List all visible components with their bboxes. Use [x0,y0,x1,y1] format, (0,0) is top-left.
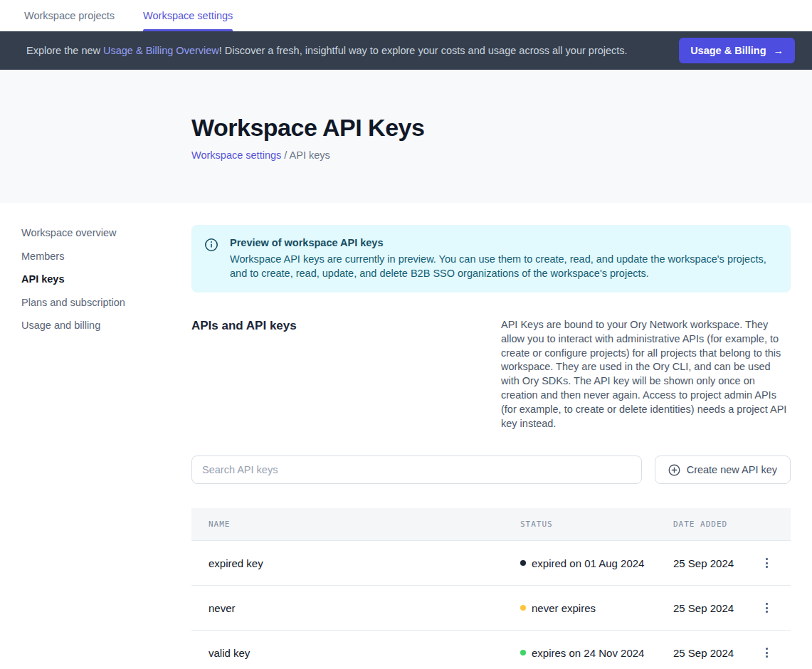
banner-text-prefix: Explore the new [26,45,103,56]
banner-message: Explore the new Usage & Billing Overview… [26,45,679,56]
row-actions-menu-button[interactable] [759,645,774,660]
api-keys-toolbar: Create new API key [191,455,791,484]
sidebar-item-plans-and-subscription[interactable]: Plans and subscription [21,297,191,308]
plus-circle-icon [668,464,680,476]
callout-content: Preview of workspace API keys Workspace … [230,237,776,280]
tab-workspace-projects[interactable]: Workspace projects [24,0,115,31]
breadcrumb-current: API keys [290,149,330,161]
api-key-date-added: 25 Sep 2024 [673,647,759,659]
api-key-name: never [209,602,520,614]
column-header-date-added: DATE ADDED [673,520,759,529]
main-panel: Preview of workspace API keys Workspace … [191,203,791,669]
sidebar-item-workspace-overview[interactable]: Workspace overview [21,228,191,238]
api-key-status: expired on 01 Aug 2024 [520,557,673,569]
create-api-key-button[interactable]: Create new API key [655,455,791,484]
section-description: API Keys are bound to your Ory Network w… [501,318,791,431]
top-navigation: Workspace projects Workspace settings [0,0,812,31]
api-key-name: valid key [209,647,520,659]
table-row: never never expires 25 Sep 2024 [191,586,791,631]
settings-sidebar: Workspace overview Members API keys Plan… [0,203,191,669]
usage-billing-button-label: Usage & Billing [690,45,766,56]
status-dot-expired [520,560,526,566]
api-keys-table: NAME STATUS DATE ADDED expired key expir… [191,508,791,669]
content-area: Workspace overview Members API keys Plan… [0,203,812,669]
status-text: never expires [532,602,596,614]
api-keys-section: APIs and API keys API Keys are bound to … [191,318,791,431]
table-header-row: NAME STATUS DATE ADDED [191,508,791,541]
announcement-banner: Explore the new Usage & Billing Overview… [0,31,812,70]
arrow-right-icon: → [774,45,784,56]
status-text: expired on 01 Aug 2024 [532,557,644,569]
table-row: expired key expired on 01 Aug 2024 25 Se… [191,541,791,586]
column-header-status: STATUS [520,520,673,529]
tab-workspace-settings[interactable]: Workspace settings [143,0,233,31]
status-dot-valid [520,650,526,655]
api-key-name: expired key [209,557,520,569]
breadcrumb: Workspace settings / API keys [191,149,791,161]
api-key-date-added: 25 Sep 2024 [673,602,759,614]
breadcrumb-separator: / [281,149,289,161]
sidebar-item-members[interactable]: Members [21,251,191,262]
breadcrumb-workspace-settings-link[interactable]: Workspace settings [191,149,281,161]
callout-title: Preview of workspace API keys [230,237,776,248]
info-icon [204,238,218,280]
api-key-date-added: 25 Sep 2024 [673,557,759,569]
search-input[interactable] [191,455,642,484]
row-actions-menu-button[interactable] [759,555,774,571]
usage-billing-button[interactable]: Usage & Billing → [679,38,795,63]
row-actions-menu-button[interactable] [759,600,774,616]
callout-body: Workspace API keys are currently in prev… [230,252,776,280]
banner-text-suffix: ! Discover a fresh, insightful way to ex… [219,45,628,56]
api-key-status: expires on 24 Nov 2024 [520,647,673,659]
section-heading: APIs and API keys [191,318,297,431]
usage-billing-overview-link[interactable]: Usage & Billing Overview [103,45,219,56]
status-dot-never-expires [520,605,526,611]
page-title: Workspace API Keys [191,114,791,142]
create-api-key-button-label: Create new API key [687,464,777,475]
sidebar-item-api-keys[interactable]: API keys [21,274,191,285]
column-header-name: NAME [209,520,520,529]
sidebar-item-usage-and-billing[interactable]: Usage and billing [21,320,191,331]
preview-callout: Preview of workspace API keys Workspace … [191,225,791,293]
api-key-status: never expires [520,602,673,614]
table-row: valid key expires on 24 Nov 2024 25 Sep … [191,631,791,669]
page-header: Workspace API Keys Workspace settings / … [0,70,812,203]
status-text: expires on 24 Nov 2024 [532,647,644,659]
